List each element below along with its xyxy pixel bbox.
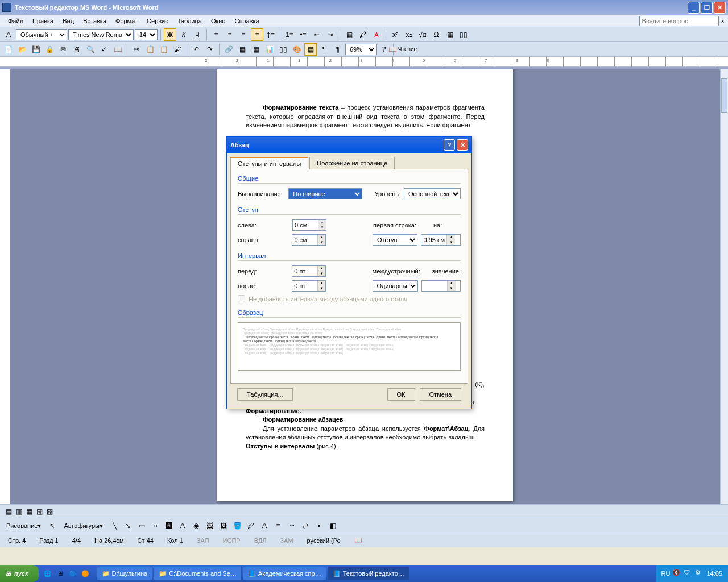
taskbar-item[interactable]: 📘 Текстовый редакто… [328,567,410,580]
zoom-select[interactable]: 69% [345,44,377,55]
status-spellcheck-icon[interactable]: 📖 [351,537,366,544]
superscript-button[interactable]: x² [389,28,402,41]
drawing-menu[interactable]: Рисование ▾ [2,519,45,532]
line-button[interactable]: ╲ [108,519,121,532]
status-ovr[interactable]: ЗАМ [276,537,296,544]
picture-button[interactable]: 🖼 [217,519,230,532]
cut-button[interactable]: ✂ [130,43,143,56]
quicklaunch-app-icon[interactable]: 🔵 [67,568,78,579]
excel-button[interactable]: 📊 [263,43,276,56]
print-preview-button[interactable]: 🔍 [84,43,97,56]
alignment-select[interactable]: По ширине [288,188,362,199]
fill-color-button[interactable]: 🪣 [231,519,243,532]
menu-service[interactable]: Сервис [142,16,173,26]
symbol-button[interactable]: Ω [430,28,442,41]
tab-indents-spacing[interactable]: Отступы и интервалы [230,157,308,169]
hyperlink-button[interactable]: 🔗 [222,43,235,56]
line-spacing-select[interactable]: Одинарный [373,280,418,292]
menu-edit[interactable]: Правка [28,16,58,26]
oval-button[interactable]: ○ [149,519,162,532]
reading-view-button[interactable]: ▨ [44,507,55,516]
arrow-button[interactable]: ↘ [122,519,134,532]
highlight-button[interactable]: 🖍 [357,28,369,41]
open-button[interactable]: 📂 [16,43,28,56]
tab-page-position[interactable]: Положение на странице [309,157,395,169]
fontsize-select[interactable]: 14 [135,29,158,40]
menu-view[interactable]: Вид [58,16,78,26]
dialog-titlebar[interactable]: Абзац ? ✕ [227,137,471,153]
align-right-button[interactable]: ≡ [237,28,250,41]
align-left-button[interactable]: ≡ [210,28,222,41]
copy-button[interactable]: 📋 [144,43,156,56]
rectangle-button[interactable]: ▭ [135,519,148,532]
status-lang[interactable]: русский (Ро [304,537,344,544]
print-view-button[interactable]: ▦ [24,507,34,516]
ok-button[interactable]: ОК [387,388,415,401]
line-color-button[interactable]: 🖊 [245,519,257,532]
format-painter-button[interactable]: 🖌 [171,43,184,56]
ask-question-input[interactable] [639,16,719,26]
vertical-scrollbar[interactable] [720,69,728,504]
tray-icon[interactable]: 🔇 [672,569,681,578]
status-trk[interactable]: ИСПР [220,537,244,544]
bold-button[interactable]: Ж [164,28,176,41]
show-paragraph-button[interactable]: ¶ [332,43,344,56]
3d-button[interactable]: ◧ [326,519,339,532]
select-objects-button[interactable]: ↖ [46,519,59,532]
normal-view-button[interactable]: ▤ [3,507,14,516]
textbox-button[interactable]: 🅰 [163,519,175,532]
tray-icon[interactable]: ⚙ [695,569,704,578]
tray-clock[interactable]: 14:05 [706,570,722,577]
numbered-list-button[interactable]: 1≡ [283,28,296,41]
minimize-button[interactable]: _ [688,2,700,14]
bulleted-list-button[interactable]: •≡ [297,28,309,41]
undo-button[interactable]: ↶ [190,43,202,56]
by-spinner[interactable]: ▲▼ [421,234,461,246]
scrollbar-thumb[interactable] [721,78,727,113]
quicklaunch-app2-icon[interactable]: 🟠 [80,568,91,579]
dialog-help-button[interactable]: ? [444,139,455,151]
after-spinner[interactable]: ▲▼ [292,280,326,292]
maximize-button[interactable]: ❐ [701,2,713,14]
drawing-button[interactable]: 🎨 [291,43,303,56]
diagram-button[interactable]: ◉ [190,519,202,532]
permission-button[interactable]: 🔒 [43,43,56,56]
quicklaunch-desktop-icon[interactable]: 🖥 [55,568,66,579]
cancel-button[interactable]: Отмена [420,388,461,401]
styles-pane-icon[interactable]: A [2,28,15,41]
indent-right-spinner[interactable]: ▲▼ [292,234,326,246]
menu-insert[interactable]: Вставка [78,16,111,26]
start-button[interactable]: ⊞пуск [0,565,39,582]
horizontal-ruler[interactable]: 3 2 1 1 2 3 4 5 6 7 8 9 [0,57,728,67]
new-doc-button[interactable]: 📄 [2,43,15,56]
menu-window[interactable]: Окно [206,16,230,26]
subscript-button[interactable]: x₂ [403,28,415,41]
vertical-ruler[interactable] [0,69,10,504]
spellcheck-button[interactable]: ✓ [98,43,110,56]
tabs-button[interactable]: Табуляция... [237,388,293,401]
status-rec[interactable]: ЗАП [193,537,213,544]
clipart-button[interactable]: 🖼 [204,519,216,532]
font-select[interactable]: Times New Roman [68,29,134,40]
taskbar-item[interactable]: 📁 C:\Documents and Se… [154,567,242,580]
columns-button[interactable]: ▯▯ [277,43,289,56]
quicklaunch-ie-icon[interactable]: 🌐 [42,568,53,579]
close-button[interactable]: ✕ [714,2,726,14]
level-select[interactable]: Основной текст [404,188,461,199]
tray-lang[interactable]: RU [661,570,671,577]
reading-layout-button[interactable]: 📖Чтение [396,43,409,56]
arrow-style-button[interactable]: ⇄ [299,519,312,532]
align-center-button[interactable]: ≡ [224,28,236,41]
equation-button[interactable]: √α [416,28,429,41]
columns-button[interactable]: ▯▯ [457,28,470,41]
menu-help[interactable]: Справка [230,16,263,26]
autoshapes-menu[interactable]: Автофигуры ▾ [60,519,107,532]
print-button[interactable]: 🖨 [71,43,83,56]
dialog-close-button[interactable]: ✕ [457,139,468,151]
taskbar-item[interactable]: 📁 D:\шульгина [97,567,153,580]
underline-button[interactable]: Ч [191,28,204,41]
research-button[interactable]: 📖 [111,43,124,56]
shadow-button[interactable]: ▪ [313,519,325,532]
italic-button[interactable]: К [177,28,190,41]
redo-button[interactable]: ↷ [204,43,216,56]
